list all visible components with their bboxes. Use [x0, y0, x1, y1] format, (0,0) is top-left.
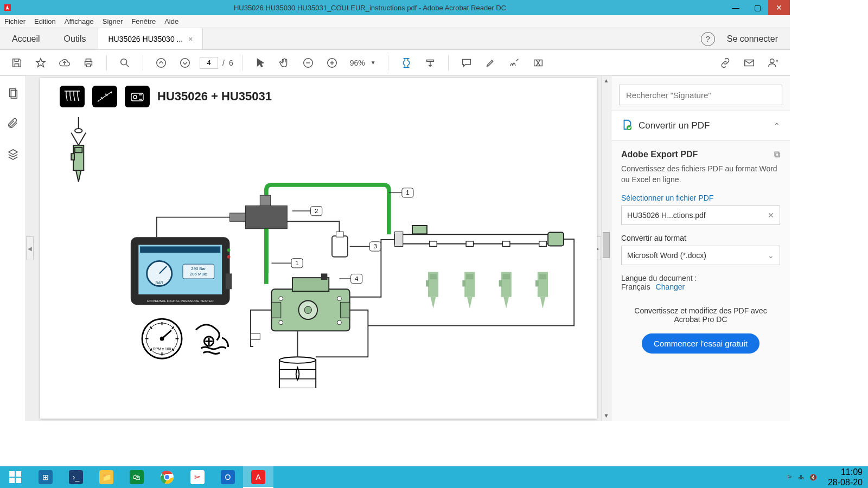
select-tool-icon[interactable]: [251, 54, 270, 72]
callout-1b: 1: [295, 260, 298, 266]
convert-pdf-header[interactable]: Convertir un PDF ⌃: [611, 111, 790, 141]
add-person-icon[interactable]: [764, 54, 782, 72]
svg-point-28: [227, 255, 231, 259]
format-select[interactable]: Microsoft Word (*.docx) ⌄: [621, 246, 780, 265]
thumbnails-icon[interactable]: [5, 86, 21, 101]
scroll-down-icon[interactable]: ▼: [602, 411, 611, 421]
start-trial-button[interactable]: Commencer l'essai gratuit: [642, 333, 760, 354]
acrobat-app-icon: [0, 3, 15, 12]
page-current-input[interactable]: [200, 57, 218, 69]
sign-icon[interactable]: [505, 54, 524, 72]
svg-rect-59: [466, 241, 473, 247]
window-title: HU35026 HU35030 HU35031_COULEUR_instruct…: [15, 4, 725, 12]
tab-outils[interactable]: Outils: [52, 28, 98, 49]
svg-point-45: [337, 320, 342, 325]
promo-text: Convertissez et modifiez des PDF avec Ac…: [627, 306, 775, 324]
read-mode-icon[interactable]: [421, 54, 439, 72]
callout-1a: 1: [406, 189, 409, 196]
svg-rect-37: [321, 273, 328, 280]
svg-text:BAR: BAR: [156, 281, 163, 285]
minimize-button[interactable]: —: [725, 0, 746, 15]
selected-file-field[interactable]: HU35026 H...ctions.pdf ✕: [621, 206, 780, 225]
attachments-icon[interactable]: [5, 116, 21, 131]
menu-fenetre[interactable]: Fenêtre: [131, 17, 156, 25]
tab-bar: Accueil Outils HU35026 HU35030 ... × ? S…: [0, 28, 790, 50]
svg-point-62: [627, 125, 631, 130]
icon-injectors: [60, 86, 85, 107]
signin-link[interactable]: Se connecter: [727, 34, 778, 44]
svg-point-39: [304, 306, 311, 313]
svg-rect-15: [230, 213, 246, 221]
link-share-icon[interactable]: [716, 54, 735, 72]
svg-rect-50: [394, 234, 556, 243]
svg-rect-58: [430, 241, 437, 247]
zoom-out-icon[interactable]: [299, 54, 317, 72]
zoom-level[interactable]: 96%▼: [347, 59, 379, 67]
page-down-icon[interactable]: [176, 54, 194, 72]
chevron-up-icon: ⌃: [774, 121, 780, 130]
svg-point-2: [181, 58, 190, 67]
search-tools-field: [619, 85, 782, 105]
maximize-button[interactable]: ▢: [746, 0, 768, 15]
comment-icon[interactable]: [457, 54, 476, 72]
right-tools-panel: Convertir un PDF ⌃ Adobe Export PDF ⧉ Co…: [611, 76, 790, 421]
help-icon[interactable]: ?: [701, 32, 715, 46]
svg-rect-52: [412, 226, 427, 234]
gauge-bar: 290 Bar: [191, 266, 206, 271]
svg-point-1: [157, 58, 166, 67]
convert-pdf-label: Convertir un PDF: [639, 120, 768, 131]
lang-label: Langue du document :: [621, 274, 697, 282]
layers-icon[interactable]: [5, 146, 21, 162]
mail-icon[interactable]: [740, 54, 758, 72]
schematic-diagram: 1 2 1 3: [60, 117, 577, 388]
menu-affichage[interactable]: Affichage: [65, 17, 94, 25]
highlight-icon[interactable]: [481, 54, 500, 72]
menu-aide[interactable]: Aide: [164, 17, 178, 25]
search-tools-input[interactable]: [619, 85, 782, 105]
page-separator: /: [222, 59, 225, 67]
export-pdf-desc: Convertissez des fichiers PDF au format …: [621, 164, 780, 185]
close-button[interactable]: ✕: [768, 0, 790, 15]
svg-rect-48: [279, 360, 316, 388]
clear-file-icon[interactable]: ✕: [768, 211, 774, 220]
svg-rect-18: [332, 236, 348, 256]
cloud-upload-icon[interactable]: [55, 54, 74, 72]
star-icon[interactable]: [31, 54, 50, 72]
search-icon[interactable]: [116, 54, 134, 72]
left-nav-rail: [0, 76, 26, 421]
menu-signer[interactable]: Signer: [103, 17, 123, 25]
svg-rect-51: [394, 232, 403, 247]
callout-4: 4: [355, 275, 359, 282]
scroll-up-icon[interactable]: ▲: [602, 76, 611, 86]
svg-rect-13: [245, 206, 287, 228]
tab-document[interactable]: HU35026 HU35030 ... ×: [98, 28, 203, 49]
menu-edition[interactable]: Edition: [34, 17, 56, 25]
lang-change-link[interactable]: Changer: [656, 282, 685, 291]
page-up-icon[interactable]: [152, 54, 170, 72]
tab-accueil[interactable]: Accueil: [0, 28, 52, 49]
stamp-icon[interactable]: [529, 54, 547, 72]
scroll-thumb[interactable]: [603, 232, 610, 258]
print-icon[interactable]: [79, 54, 98, 72]
svg-point-7: [770, 59, 774, 62]
document-viewport[interactable]: ◀ ▶ ▲ ▼ HU35026 + HU35031 1: [26, 76, 611, 421]
convert-pdf-icon: [621, 119, 633, 133]
svg-point-43: [337, 297, 342, 301]
menu-fichier[interactable]: Fichier: [4, 17, 25, 25]
fit-page-icon[interactable]: [397, 54, 416, 72]
svg-rect-6: [745, 60, 754, 66]
svg-rect-23: [140, 246, 220, 253]
vertical-scrollbar[interactable]: ▲ ▼: [601, 76, 611, 421]
callout-2: 2: [315, 208, 318, 214]
left-panel-handle[interactable]: ◀: [26, 236, 34, 260]
svg-text:RPM x 100: RPM x 100: [153, 347, 171, 351]
svg-point-44: [279, 320, 283, 325]
zoom-in-icon[interactable]: [323, 54, 341, 72]
tab-close-icon[interactable]: ×: [188, 35, 193, 43]
select-file-label: Sélectionner un fichier PDF: [621, 194, 780, 202]
copy-icon[interactable]: ⧉: [774, 150, 780, 159]
save-icon[interactable]: [8, 54, 26, 72]
hand-tool-icon[interactable]: [275, 54, 293, 72]
svg-point-27: [227, 248, 231, 252]
format-label: Convertir au format: [621, 234, 780, 242]
